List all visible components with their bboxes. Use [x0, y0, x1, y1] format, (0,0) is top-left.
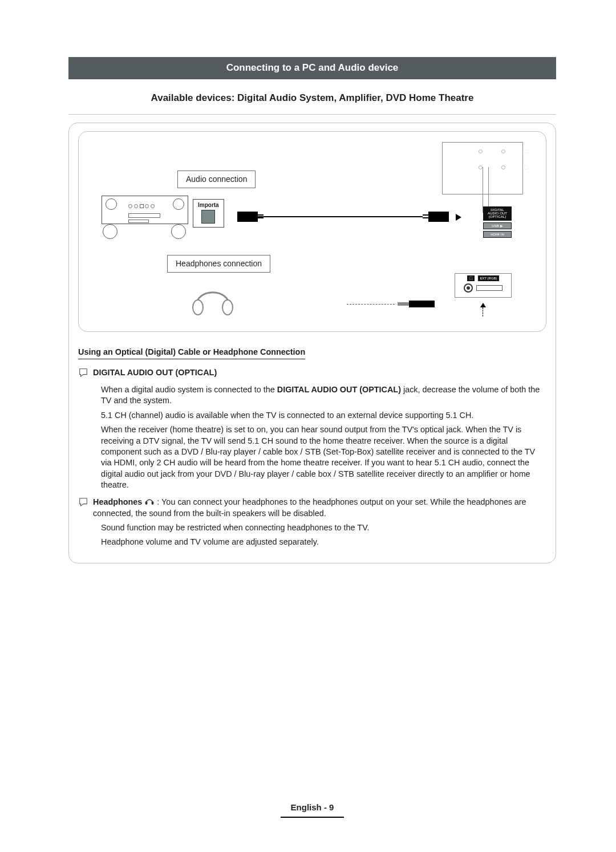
- content-panel: Audio connection Importa: [68, 123, 556, 563]
- tv-side-port-block: 🎧 EXT (RGB): [455, 273, 512, 298]
- svg-point-0: [193, 300, 203, 315]
- available-devices-subtitle: Available devices: Digital Audio System,…: [68, 92, 556, 115]
- digital-audio-bullets: When a digital audio system is connected…: [101, 384, 546, 491]
- digital-audio-heading: DIGITAL AUDIO OUT (OPTICAL): [93, 367, 217, 380]
- tv-port-stack: DIGITAL AUDIO OUT (OPTICAL) USB ▶ HDMI I…: [483, 205, 512, 240]
- port-hdmi-in: HDMI IN: [483, 231, 512, 238]
- body-text: Using an Optical (Digital) Cable or Head…: [78, 347, 546, 548]
- manual-page: Connecting to a PC and Audio device Avai…: [0, 0, 616, 852]
- text: When a digital audio system is connected…: [101, 385, 277, 394]
- note-icon: [78, 367, 88, 380]
- headphones-icon: [190, 279, 236, 317]
- svg-point-2: [145, 501, 148, 505]
- using-heading: Using an Optical (Digital) Cable or Head…: [78, 347, 305, 359]
- bullet-text: When a digital audio system is connected…: [101, 384, 546, 407]
- amplifier-speakers-icon: [102, 224, 187, 239]
- bullet-text: 5.1 CH (channel) audio is available when…: [101, 410, 546, 421]
- headphone-jack-icon: [464, 283, 473, 293]
- optical-cable-icon: [237, 212, 449, 222]
- headphones-bullets: Sound function may be restricted when co…: [101, 522, 546, 548]
- port-usb: USB ▶: [483, 222, 512, 229]
- headphones-note-line: Headphones : You can connect your headph…: [93, 497, 546, 519]
- headphones-lead-text: : You can connect your headphones to the…: [93, 497, 526, 518]
- note-icon: [78, 497, 88, 519]
- bullet-text: Sound function may be restricted when co…: [101, 522, 546, 533]
- importa-tag: Importa: [193, 199, 224, 228]
- headphone-port-chip: 🎧: [467, 275, 475, 281]
- footer-sep: -: [322, 802, 329, 812]
- audio-connection-label: Audio connection: [177, 171, 256, 188]
- amplifier-icon: [102, 196, 188, 224]
- svg-point-1: [222, 300, 233, 315]
- headphones-connection-label: Headphones connection: [167, 255, 270, 273]
- text-strong: DIGITAL AUDIO OUT (OPTICAL): [277, 385, 401, 394]
- footer-text: English - 9: [281, 802, 345, 818]
- page-footer: English - 9: [68, 785, 556, 818]
- headphone-plug-icon: [347, 301, 435, 307]
- headphones-glyph-icon: [144, 497, 155, 508]
- port-digital-audio-out: DIGITAL AUDIO OUT (OPTICAL): [483, 206, 512, 221]
- section-title: Connecting to a PC and Audio device: [68, 57, 556, 79]
- bullet-text: When the receiver (home theatre) is set …: [101, 424, 546, 491]
- footer-page-number: 9: [329, 802, 334, 812]
- headphones-note: Headphones : You can connect your headph…: [78, 497, 546, 519]
- arrow-up-icon: [480, 303, 486, 307]
- headphones-heading: Headphones: [93, 497, 142, 506]
- ext-rgb-slot-icon: [476, 285, 502, 291]
- port-ext-rgb: EXT (RGB): [478, 275, 499, 281]
- connection-diagram: Audio connection Importa: [78, 131, 546, 332]
- importa-label: Importa: [198, 201, 219, 209]
- arrow-right-icon: [456, 214, 461, 221]
- digital-audio-note: DIGITAL AUDIO OUT (OPTICAL): [78, 367, 546, 380]
- svg-point-3: [152, 501, 154, 505]
- footer-lang: English: [291, 802, 322, 812]
- bullet-text: Headphone volume and TV volume are adjus…: [101, 537, 546, 547]
